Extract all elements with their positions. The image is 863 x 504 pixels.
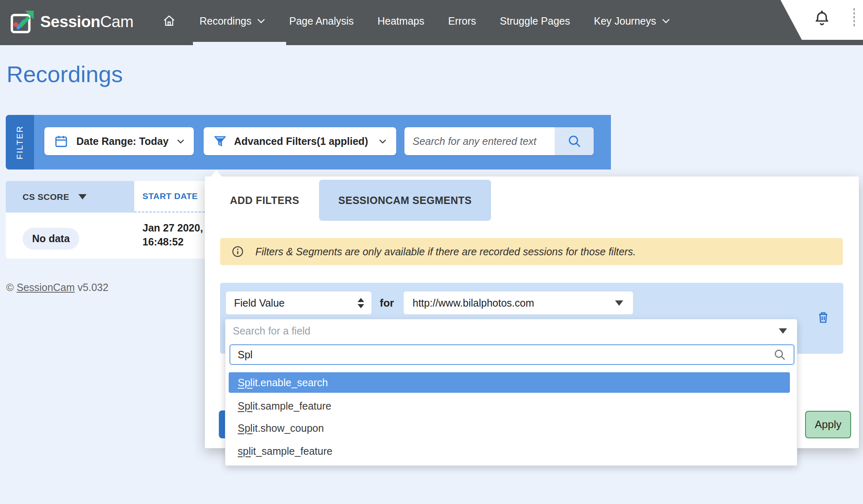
search-icon — [567, 134, 582, 149]
advanced-filters-button[interactable]: Advanced Filters(1 applied) — [204, 127, 396, 155]
advanced-filters-label: Advanced Filters(1 applied) — [234, 135, 368, 147]
funnel-icon — [213, 134, 227, 148]
calendar-icon — [54, 134, 68, 149]
apply-button[interactable]: Apply — [805, 411, 851, 438]
navbar-corner-wedge — [780, 0, 863, 40]
nav-item-recordings[interactable]: Recordings — [200, 15, 265, 27]
home-icon[interactable] — [163, 14, 176, 27]
up-down-arrows-icon — [358, 298, 364, 308]
table-row[interactable]: No data Jan 27 2020, 16:48:52 — [6, 213, 205, 259]
field-option-split-show-coupon[interactable]: Split.show_coupon — [229, 418, 790, 438]
active-tab-notch — [193, 42, 286, 45]
field-search-dropdown: Search for a field Split.enable_search S… — [225, 319, 797, 466]
sessioncam-logo[interactable]: SessionCam — [11, 10, 133, 34]
field-option-split-sample-feature[interactable]: Split.sample_feature — [229, 396, 790, 416]
cs-score-badge: No data — [23, 228, 79, 250]
top-navbar: SessionCam Recordings Page Analysis Heat… — [0, 0, 863, 45]
advanced-filters-panel: ADD FILTERS SESSIONCAM SEGMENTS Filters … — [205, 176, 859, 448]
for-label: for — [380, 291, 394, 314]
logo-wordmark: SessionCam — [40, 13, 133, 31]
date-range-label: Date Range: Today — [76, 135, 169, 147]
field-search-input[interactable] — [230, 349, 773, 361]
field-option-split-enable-search[interactable]: Split.enable_search — [229, 372, 790, 393]
date-range-button[interactable]: Date Range: Today — [44, 127, 194, 155]
text-search-box — [404, 127, 594, 155]
field-search-box — [230, 344, 794, 365]
chevron-down-icon — [662, 18, 670, 23]
dropdown-arrow-icon — [615, 300, 623, 306]
nav-item-heatmaps[interactable]: Heatmaps — [378, 15, 425, 27]
info-banner: Filters & Segments are only available if… — [220, 238, 843, 265]
field-select-placeholder: Search for a field — [233, 325, 310, 337]
search-icon — [773, 348, 794, 361]
sessioncam-link[interactable]: SessionCam — [16, 282, 75, 293]
column-header-start-date[interactable]: START DATE — [134, 181, 205, 213]
nav-item-key-journeys[interactable]: Key Journeys — [594, 15, 670, 27]
delete-filter-icon[interactable] — [816, 310, 830, 325]
filter-side-tab[interactable]: FILTER — [6, 115, 34, 170]
column-header-cs-score[interactable]: CS SCORE — [6, 181, 134, 213]
kebab-menu-icon[interactable] — [854, 8, 855, 26]
panel-pointer-notch — [211, 170, 222, 176]
copyright-footer: © SessionCam v5.032 — [6, 282, 108, 293]
chevron-down-icon — [257, 18, 265, 23]
tab-add-filters[interactable]: ADD FILTERS — [230, 180, 299, 221]
site-select[interactable]: http://www.bilalphotos.com — [404, 291, 633, 314]
field-option-split-sample-feature-2[interactable]: split_sample_feature — [229, 441, 790, 461]
info-banner-text: Filters & Segments are only available if… — [255, 246, 636, 258]
occluded-blue-button[interactable] — [219, 410, 225, 438]
sessioncam-logo-icon — [11, 10, 34, 34]
info-icon — [232, 245, 244, 258]
field-type-select[interactable]: Field Value — [226, 291, 372, 314]
nav-item-struggle-pages[interactable]: Struggle Pages — [500, 15, 570, 27]
nav-item-page-analysis[interactable]: Page Analysis — [289, 15, 353, 27]
start-date-cell: Jan 27 2020, 16:48:52 — [142, 221, 203, 249]
tab-sessioncam-segments[interactable]: SESSIONCAM SEGMENTS — [319, 180, 491, 221]
notifications-bell-icon[interactable] — [813, 10, 831, 27]
chevron-down-icon — [177, 139, 184, 144]
chevron-down-icon — [379, 139, 386, 144]
sort-desc-icon — [78, 194, 87, 199]
nav-item-errors[interactable]: Errors — [448, 15, 476, 27]
dropdown-arrow-icon — [779, 328, 787, 334]
nav-menu: Recordings Page Analysis Heatmaps Errors… — [163, 0, 670, 42]
filter-bar: Date Range: Today Advanced Filters(1 app… — [34, 115, 611, 170]
page-title: Recordings — [7, 61, 123, 87]
text-search-input[interactable] — [404, 135, 555, 147]
filter-side-tab-label: FILTER — [15, 125, 25, 159]
search-button[interactable] — [555, 127, 594, 155]
field-select-collapsed[interactable]: Search for a field — [225, 319, 797, 343]
